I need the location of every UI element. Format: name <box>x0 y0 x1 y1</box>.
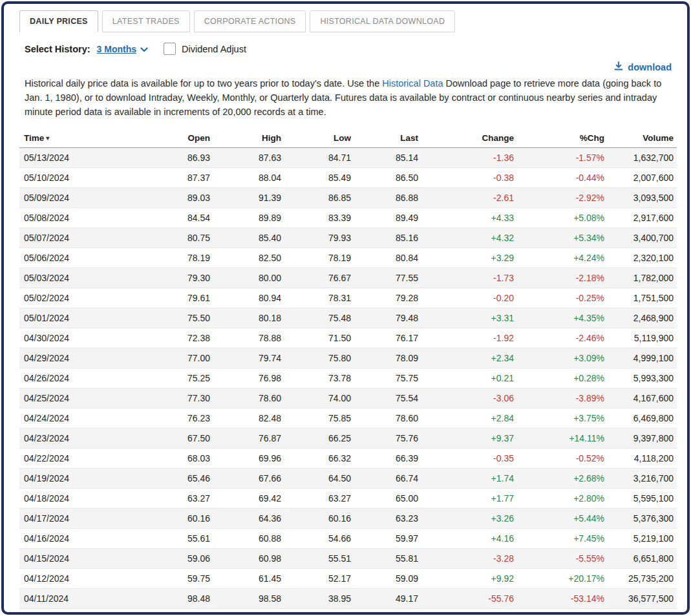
time-cell: 05/09/2024 <box>19 188 146 208</box>
open-cell: 75.25 <box>146 368 213 388</box>
last-cell: 75.54 <box>354 388 421 409</box>
low-cell: 55.51 <box>284 549 354 569</box>
open-cell: 72.38 <box>146 328 213 348</box>
last-cell: 89.49 <box>354 208 421 228</box>
last-cell: 59.09 <box>354 569 421 589</box>
table-row: 05/13/202486.9387.6384.7185.14-1.36-1.57… <box>19 148 677 168</box>
pct-change-cell: -0.44% <box>517 168 608 188</box>
high-cell: 89.89 <box>213 208 284 228</box>
time-cell: 04/12/2024 <box>19 569 146 589</box>
column-header-chg[interactable]: %Chg <box>517 128 608 148</box>
description-text: Historical daily price data is available… <box>25 77 666 119</box>
open-cell: 59.06 <box>146 549 213 569</box>
high-cell: 98.58 <box>213 589 284 609</box>
tab-historical-data-download[interactable]: HISTORICAL DATA DOWNLOAD <box>310 10 455 32</box>
column-header-open[interactable]: Open <box>146 128 213 148</box>
high-cell: 67.66 <box>213 469 284 489</box>
column-header-low[interactable]: Low <box>284 128 354 148</box>
volume-cell: 1,782,000 <box>608 268 677 288</box>
volume-cell: 25,735,200 <box>608 569 677 589</box>
high-cell: 85.40 <box>213 228 284 248</box>
open-cell: 67.50 <box>146 429 213 449</box>
column-header-change[interactable]: Change <box>421 128 517 148</box>
change-cell: -0.38 <box>421 168 517 188</box>
download-link[interactable]: download <box>614 61 672 72</box>
open-cell: 80.75 <box>146 228 213 248</box>
column-header-volume[interactable]: Volume <box>608 128 677 148</box>
last-cell: 63.23 <box>354 509 421 529</box>
pct-change-cell: -1.57% <box>517 148 608 168</box>
pct-change-cell: +20.17% <box>517 569 608 589</box>
pct-change-cell: +3.75% <box>517 409 608 429</box>
volume-cell: 4,999,100 <box>608 348 677 368</box>
low-cell: 54.66 <box>284 529 354 549</box>
high-cell: 87.63 <box>213 148 284 168</box>
table-row: 05/01/202475.5080.1875.4879.48+3.31+4.35… <box>19 308 677 328</box>
pct-change-cell: -5.55% <box>517 549 608 569</box>
low-cell: 84.71 <box>284 148 354 168</box>
change-cell: +1.74 <box>421 469 517 489</box>
low-cell: 78.19 <box>284 248 354 268</box>
column-header-high[interactable]: High <box>213 128 284 148</box>
time-cell: 04/26/2024 <box>19 368 146 388</box>
open-cell: 98.48 <box>146 589 213 609</box>
historical-data-link[interactable]: Historical Data <box>382 78 443 89</box>
open-cell: 77.00 <box>146 348 213 368</box>
volume-cell: 36,577,500 <box>608 589 677 609</box>
open-cell: 86.93 <box>146 148 213 168</box>
dividend-adjust-label: Dividend Adjust <box>182 44 246 54</box>
table-row: 04/26/202475.2576.9873.7875.75+0.21+0.28… <box>19 368 677 388</box>
high-cell: 79.74 <box>213 348 284 368</box>
table-row: 04/15/202459.0660.9855.5155.81-3.28-5.55… <box>19 549 677 569</box>
time-cell: 05/06/2024 <box>19 248 146 268</box>
last-cell: 75.75 <box>354 368 421 388</box>
time-cell: 05/03/2024 <box>19 268 146 288</box>
last-cell: 59.97 <box>354 529 421 549</box>
low-cell: 74.00 <box>284 388 354 409</box>
table-row: 05/09/202489.0391.3986.8586.88-2.61-2.92… <box>19 188 677 208</box>
time-cell: 04/17/2024 <box>19 509 146 529</box>
open-cell: 68.03 <box>146 449 213 469</box>
volume-cell: 5,119,900 <box>608 328 677 348</box>
change-cell: -0.35 <box>421 449 517 469</box>
low-cell: 78.31 <box>284 288 354 308</box>
tab-corporate-actions[interactable]: CORPORATE ACTIONS <box>194 10 306 32</box>
change-cell: -1.73 <box>421 268 517 288</box>
pct-change-cell: -0.25% <box>517 288 608 308</box>
time-cell: 05/13/2024 <box>19 148 146 168</box>
table-row: 05/06/202478.1982.5078.1980.84+3.29+4.24… <box>19 248 677 268</box>
change-cell: +2.84 <box>421 409 517 429</box>
table-row: 04/30/202472.3878.8871.5076.17-1.92-2.46… <box>19 328 677 348</box>
time-cell: 05/02/2024 <box>19 288 146 308</box>
last-cell: 76.17 <box>354 328 421 348</box>
high-cell: 91.39 <box>213 188 284 208</box>
pct-change-cell: -3.89% <box>517 388 608 409</box>
high-cell: 60.98 <box>213 549 284 569</box>
high-cell: 80.94 <box>213 288 284 308</box>
open-cell: 63.27 <box>146 489 213 509</box>
tab-daily-prices[interactable]: DAILY PRICES <box>19 10 98 32</box>
change-cell: +4.16 <box>421 529 517 549</box>
last-cell: 66.39 <box>354 449 421 469</box>
table-row: 05/08/202484.5489.8983.3989.49+4.33+5.08… <box>19 208 677 228</box>
time-cell: 05/07/2024 <box>19 228 146 248</box>
time-cell: 04/25/2024 <box>19 388 146 409</box>
change-cell: +0.21 <box>421 368 517 388</box>
history-select[interactable]: 3 Months <box>97 44 148 54</box>
last-cell: 49.17 <box>354 589 421 609</box>
column-header-time[interactable]: Time▾ <box>19 128 146 148</box>
time-cell: 04/16/2024 <box>19 529 146 549</box>
last-cell: 78.09 <box>354 348 421 368</box>
open-cell: 76.23 <box>146 409 213 429</box>
time-cell: 04/23/2024 <box>19 429 146 449</box>
low-cell: 52.17 <box>284 569 354 589</box>
tab-latest-trades[interactable]: LATEST TRADES <box>102 10 190 32</box>
dividend-adjust-checkbox[interactable] <box>164 43 176 55</box>
low-cell: 75.85 <box>284 409 354 429</box>
last-cell: 85.14 <box>354 148 421 168</box>
column-header-last[interactable]: Last <box>354 128 421 148</box>
volume-cell: 5,376,300 <box>608 509 677 529</box>
last-cell: 77.55 <box>354 268 421 288</box>
change-cell: +4.32 <box>421 228 517 248</box>
volume-cell: 4,118,200 <box>608 449 677 469</box>
